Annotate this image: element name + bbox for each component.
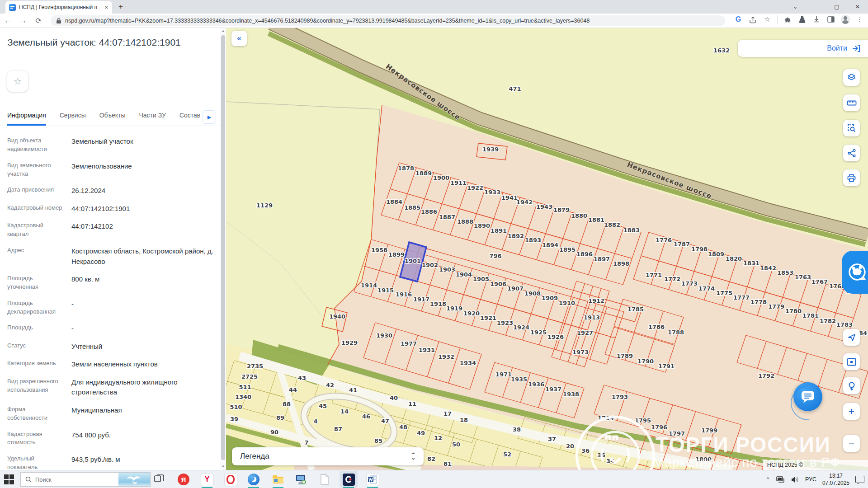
parcel-label-1906[interactable]: 1906	[490, 281, 506, 287]
notification-center-icon[interactable]	[855, 476, 864, 483]
parcel-label-37[interactable]: 37	[548, 436, 556, 442]
parcel-label-1899[interactable]: 1899	[388, 251, 405, 258]
parcel-label-1774[interactable]: 1774	[698, 285, 715, 292]
parcel-label-85[interactable]: 85	[374, 437, 382, 444]
parcel-label-44[interactable]: 44	[289, 386, 297, 393]
parcel-label-1763[interactable]: 1763	[795, 274, 811, 281]
parcel-label-50[interactable]: 50	[452, 441, 460, 448]
parcel-label-1782[interactable]: 1782	[820, 318, 836, 324]
parcel-label-1909[interactable]: 1909	[542, 295, 558, 301]
parcel-label-1912[interactable]: 1912	[588, 297, 604, 304]
parcel-label-1885[interactable]: 1885	[404, 204, 420, 211]
parcel-label-38[interactable]: 38	[513, 426, 521, 433]
parcel-label-1853[interactable]: 1853	[777, 269, 793, 276]
parcel-label-1794[interactable]: 1794	[598, 415, 614, 422]
parcel-label-1935[interactable]: 1935	[511, 376, 527, 383]
area-search-button[interactable]	[843, 120, 860, 136]
parcel-label-1795[interactable]: 1795	[635, 417, 651, 424]
parcel-label-1792[interactable]: 1792	[758, 372, 774, 379]
parcel-label-1920[interactable]: 1920	[463, 310, 480, 317]
parcel-label-796[interactable]: 796	[489, 253, 501, 259]
parcel-label-1918[interactable]: 1918	[430, 300, 446, 307]
parcel-label-1781[interactable]: 1781	[802, 312, 819, 319]
legend-expand-icon[interactable]: ⌃⌄	[411, 453, 415, 460]
print-button[interactable]	[843, 169, 860, 186]
tab-1[interactable]: Информация	[7, 112, 46, 126]
search-input[interactable]	[35, 476, 103, 483]
parcel-label-1911[interactable]: 1911	[450, 179, 467, 186]
parcel-label-88[interactable]: 88	[283, 401, 291, 408]
zoom-out-button[interactable]: −	[843, 435, 860, 452]
parcel-label-1929[interactable]: 1929	[341, 339, 358, 346]
parcel-label-1799[interactable]: 1799	[701, 427, 717, 434]
parcel-label-2725[interactable]: 2725	[241, 373, 258, 380]
tab-close-icon[interactable]: ✕	[104, 5, 108, 10]
parcel-label-1878[interactable]: 1878	[398, 165, 414, 172]
parcel-label-1924[interactable]: 1924	[513, 324, 529, 331]
scrollbar-thumb[interactable]	[221, 35, 225, 460]
parcel-label-1886[interactable]: 1886	[421, 208, 437, 215]
parcel-label-1902[interactable]: 1902	[422, 262, 438, 268]
download-icon[interactable]	[812, 15, 821, 24]
profile-avatar[interactable]	[841, 15, 850, 24]
share-icon[interactable]	[748, 15, 757, 24]
parcel-label-1933[interactable]: 1933	[484, 189, 500, 196]
window-maximize-button[interactable]: ▢	[826, 4, 847, 10]
parcel-label-1936[interactable]: 1936	[528, 381, 544, 388]
parcel-label-1894[interactable]: 1894	[542, 242, 558, 249]
parcel-label-46[interactable]: 46	[362, 413, 370, 420]
parcel-label-1930[interactable]: 1930	[376, 332, 392, 339]
parcel-label-1772[interactable]: 1772	[664, 276, 680, 282]
scroll-up-icon[interactable]: ▲	[220, 28, 226, 34]
tab-2[interactable]: Сервисы	[60, 112, 86, 126]
login-bar[interactable]: Войти	[738, 40, 868, 57]
start-button[interactable]	[4, 474, 15, 485]
nspd-assistant-button[interactable]	[842, 251, 868, 294]
chat-button[interactable]	[793, 382, 822, 411]
parcel-label-1776[interactable]: 1776	[656, 237, 672, 244]
parcel-label-1880[interactable]: 1880	[571, 212, 587, 219]
zoom-in-button[interactable]: +	[843, 403, 860, 420]
parcel-label-1977[interactable]: 1977	[401, 340, 417, 347]
parcel-label-1785[interactable]: 1785	[627, 306, 644, 313]
new-tab-button[interactable]: +	[118, 2, 123, 11]
parcel-label-471[interactable]: 471	[509, 85, 521, 92]
parcel-label-1786[interactable]: 1786	[648, 324, 665, 330]
parcel-label-1820[interactable]: 1820	[726, 255, 742, 262]
parcel-label-12[interactable]: 12	[434, 435, 442, 441]
parcel-label-35[interactable]: 35	[597, 452, 605, 459]
collapse-panel-button[interactable]: «	[231, 31, 247, 46]
parcel-label-1934[interactable]: 1934	[460, 360, 476, 366]
parcel-label-1941[interactable]: 1941	[501, 194, 518, 201]
parcel-label-2735[interactable]: 2735	[247, 363, 263, 370]
parcel-label-47[interactable]: 47	[381, 418, 389, 424]
parcel-label-49[interactable]: 49	[417, 430, 425, 436]
parcel-label-1778[interactable]: 1778	[750, 299, 767, 305]
map-canvas[interactable]: 1632471112919391878188919001911192219331…	[226, 28, 868, 470]
parcel-label-1789[interactable]: 1789	[617, 352, 633, 359]
app-word[interactable]	[363, 471, 382, 488]
parcel-label-1898[interactable]: 1898	[613, 260, 629, 267]
parcel-label-1904[interactable]: 1904	[456, 271, 472, 278]
parcel-label-1797[interactable]: 1797	[669, 430, 685, 437]
parcel-label-1129[interactable]: 1129	[256, 202, 273, 209]
parcel-label-1800[interactable]: 1800	[695, 456, 712, 463]
parcel-label-1932[interactable]: 1932	[438, 353, 454, 360]
parcel-label-1922[interactable]: 1922	[467, 184, 483, 191]
parcel-label-1940[interactable]: 1940	[329, 313, 345, 320]
app-opera[interactable]	[222, 471, 240, 488]
parcel-label-1892[interactable]: 1892	[508, 233, 524, 239]
parcel-label-34[interactable]: 34	[606, 458, 614, 465]
app-yandex[interactable]: Y	[198, 471, 216, 488]
parcel-label-82[interactable]: 82	[427, 455, 435, 462]
parcel-label-1901[interactable]: 1901	[405, 258, 421, 264]
search-on-map-button[interactable]	[843, 377, 860, 394]
parcel-label-1788[interactable]: 1788	[668, 329, 684, 336]
side-panel-icon[interactable]	[826, 15, 835, 24]
parcel-label-1938[interactable]: 1938	[563, 391, 579, 398]
parcel-label-1890[interactable]: 1890	[474, 222, 490, 229]
speaker-icon[interactable]	[791, 476, 799, 483]
tab-4[interactable]: Части ЗУ	[139, 112, 165, 126]
parcel-label-1913[interactable]: 1913	[584, 314, 600, 321]
parcel-label-52[interactable]: 52	[503, 451, 511, 458]
